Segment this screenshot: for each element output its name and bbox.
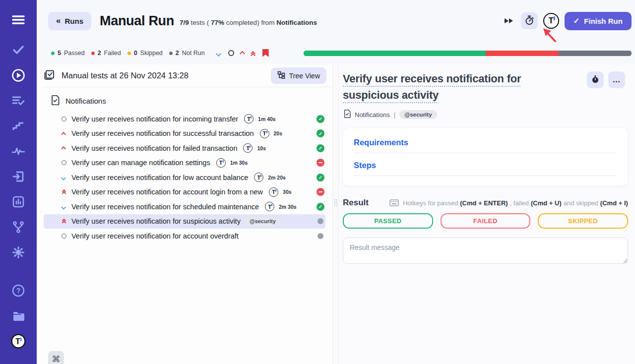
svg-text:T: T: [15, 337, 20, 346]
test-row[interactable]: Verify user receives notification for lo…: [44, 170, 325, 185]
test-detail-title[interactable]: Verify user receives notification for su…: [343, 70, 580, 103]
back-to-runs-label: Runs: [64, 17, 83, 25]
keyboard-icon: [389, 199, 399, 206]
stopwatch-filled-icon: [591, 75, 600, 85]
security-tag-badge[interactable]: @security: [399, 110, 437, 119]
test-framework-icon: T: [265, 202, 274, 211]
failed-button[interactable]: FAILED: [441, 213, 531, 229]
pulse-icon[interactable]: [12, 145, 25, 158]
test-duration: 2m 30s: [279, 204, 297, 210]
test-list: Verify user receives notification for in…: [44, 112, 332, 243]
fast-forward-icon[interactable]: [505, 18, 513, 23]
passed-button[interactable]: PASSED: [343, 213, 433, 229]
test-title: Verify user receives notification for su…: [71, 129, 254, 137]
test-row[interactable]: Verify user receives notification for sc…: [44, 199, 325, 214]
test-status-badge: [317, 129, 324, 137]
folder-icon[interactable]: [11, 309, 25, 322]
test-title: Verify user receives notification for lo…: [71, 174, 248, 182]
test-list-panel: Manual tests at 26 Nov 2024 13:28 Tree V…: [37, 64, 332, 364]
passed-count: 5Passed: [51, 50, 85, 57]
test-timer-button[interactable]: [587, 71, 604, 88]
finish-run-button[interactable]: ✓ Finish Run: [565, 12, 632, 30]
branch-icon[interactable]: [12, 221, 24, 234]
hamburger-menu-icon[interactable]: [12, 13, 25, 26]
test-row[interactable]: Verify user receives notification for ac…: [44, 185, 325, 200]
priority-icon: [61, 205, 67, 208]
steps-section-heading[interactable]: Steps: [354, 161, 617, 176]
skipped-button[interactable]: SKIPPED: [538, 213, 628, 229]
test-row[interactable]: Verify user can manage notification sett…: [44, 156, 325, 171]
help-icon[interactable]: ?: [12, 284, 25, 297]
tests-count: 7/9: [180, 19, 189, 26]
priority-icon: [61, 146, 67, 150]
test-duration: 2m 20s: [268, 175, 286, 181]
more-options-button[interactable]: …: [608, 71, 625, 88]
verdict-buttons: PASSED FAILED SKIPPED: [343, 213, 628, 229]
account-logo-icon[interactable]: T: [543, 13, 559, 29]
test-framework-icon: T: [243, 143, 253, 153]
check-nav-icon[interactable]: [12, 44, 24, 57]
run-play-icon[interactable]: [11, 69, 25, 82]
test-tag-badge: @security: [245, 217, 280, 226]
test-row[interactable]: Verify user receives notification for su…: [44, 214, 325, 229]
requirements-section-heading[interactable]: Requirements: [354, 138, 617, 153]
back-to-runs-button[interactable]: « Runs: [48, 12, 91, 30]
priority-highest-filter-icon[interactable]: [252, 51, 255, 55]
priority-icon: [61, 234, 67, 239]
testomat-logo[interactable]: T: [11, 335, 26, 348]
result-message-input[interactable]: [343, 238, 628, 264]
analytics-icon[interactable]: [12, 195, 24, 208]
progress-notrun-segment: [559, 51, 632, 56]
import-icon[interactable]: [12, 170, 24, 183]
finish-run-label: Finish Run: [584, 17, 623, 25]
panel-resize-handle[interactable]: [332, 64, 339, 364]
status-row: 5Passed 2Failed 0Skipped 2Not Run: [37, 42, 635, 64]
priority-low-filter-icon[interactable]: [217, 51, 221, 55]
settings-gear-icon[interactable]: [12, 246, 25, 259]
test-framework-icon: T: [260, 129, 269, 138]
check-icon: ✓: [573, 16, 580, 25]
tree-view-button[interactable]: Tree View: [271, 67, 326, 84]
suite-file-icon: [51, 95, 60, 107]
test-title: Verify user receives notification for fa…: [71, 144, 237, 152]
topbar: « Runs Manual Run 7/9 tests ( 77% comple…: [37, 0, 635, 42]
test-framework-icon: T: [254, 173, 263, 182]
test-status-badge: [317, 144, 324, 152]
test-row[interactable]: Verify user receives notification for ac…: [44, 229, 325, 243]
list-check-icon[interactable]: [12, 94, 25, 107]
suite-header[interactable]: Notifications: [51, 95, 332, 107]
test-row[interactable]: Verify user receives notification for fa…: [44, 141, 325, 156]
page-title: Manual Run: [100, 13, 174, 29]
test-duration: 10s: [257, 145, 266, 151]
priority-icon: [61, 132, 67, 135]
priority-icon: [61, 190, 67, 194]
test-sections-card: Requirements Steps: [343, 128, 628, 186]
failed-count: 2Failed: [91, 50, 121, 57]
app-window: ? T « Runs Manual Run 7/9 tests ( 77% co…: [0, 0, 635, 364]
priority-filters: [217, 49, 269, 57]
test-title: Verify user receives notification for su…: [71, 217, 241, 225]
left-nav-rail: ? T: [0, 0, 37, 364]
breadcrumb-suite[interactable]: Notifications: [355, 111, 390, 119]
breadcrumb-file-icon: [344, 110, 351, 120]
test-status-badge: [317, 115, 324, 123]
command-key-hint[interactable]: ⌘: [48, 351, 64, 364]
priority-icon: [61, 219, 67, 223]
test-duration: 1m 40s: [258, 116, 276, 122]
test-status-badge: [317, 203, 324, 211]
run-name: Manual tests at 26 Nov 2024 13:28: [44, 69, 189, 82]
steps-icon[interactable]: [12, 120, 24, 132]
test-duration: 1m 30s: [230, 160, 248, 166]
test-row[interactable]: Verify user receives notification for in…: [44, 112, 325, 126]
priority-icon: [61, 117, 67, 121]
test-title: Verify user receives notification for in…: [71, 115, 238, 123]
bookmark-filter-icon[interactable]: [262, 49, 269, 57]
test-status-badge: [317, 174, 324, 182]
priority-high-filter-icon[interactable]: [241, 51, 245, 55]
test-detail-panel: Verify user receives notification for su…: [339, 64, 635, 364]
test-status-badge: [318, 218, 323, 224]
timer-button[interactable]: [521, 12, 538, 29]
priority-normal-filter-icon[interactable]: [228, 50, 234, 56]
breadcrumb: Notifications | @security: [344, 110, 628, 120]
test-row[interactable]: Verify user receives notification for su…: [44, 126, 325, 141]
